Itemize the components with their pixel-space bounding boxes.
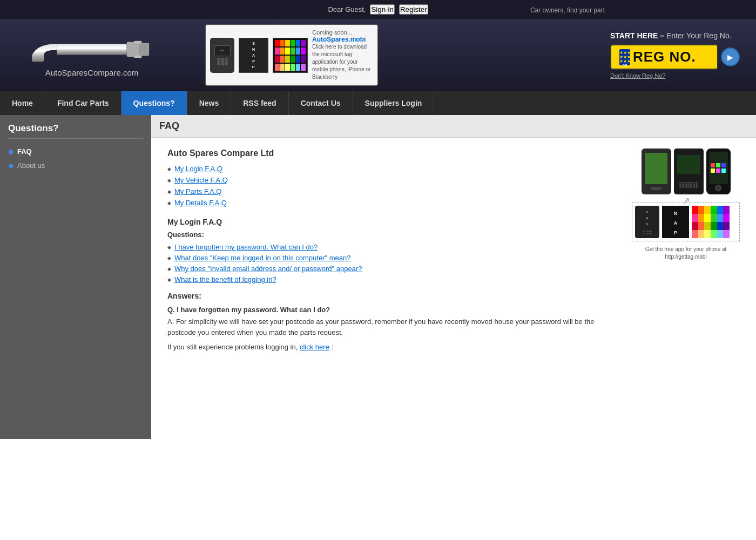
header-top-bar: Dear Guest, Sign-in Register Car owners,… — [0, 0, 756, 19]
signin-button[interactable]: Sign-in — [370, 4, 395, 15]
mobi-section: VAV SNAPIT — [205, 24, 378, 86]
svg-rect-2 — [139, 43, 149, 56]
faq-links-list: My Login F.A.Q My Vehicle F.A.Q My Parts… — [167, 165, 621, 207]
faq-q-item-3[interactable]: What is the benefit of logging in? — [167, 275, 621, 284]
faq-link-item-1[interactable]: My Vehicle F.A.Q — [167, 176, 621, 184]
nav-rss-feed[interactable]: RSS feed — [231, 91, 288, 115]
nav-find-car-parts[interactable]: Find Car Parts — [45, 91, 122, 115]
bullet-icon: ◆ — [8, 161, 14, 170]
sidebar-item-about[interactable]: ◆ About us — [8, 161, 143, 170]
site-name: AutoSparesCompare.com — [45, 68, 139, 77]
mobi-keys — [217, 58, 228, 65]
answer-a2-suffix: : — [332, 343, 334, 351]
faq-q-3[interactable]: What is the benefit of logging in? — [174, 275, 276, 284]
answer-a1: A. For simplicity we will have set your … — [167, 316, 621, 338]
faq-q-2[interactable]: Why does "Invalid email address and/ or … — [174, 265, 362, 273]
faq-q-item-0[interactable]: I have forgotten my password. What can I… — [167, 243, 621, 251]
start-here-label: START HERE – Enter Your Reg No. — [610, 31, 740, 40]
content-area: FAQ Auto Spares Compare Ltd My Login F.A… — [151, 115, 756, 439]
reg-go-button[interactable] — [721, 48, 740, 66]
faq-link-item-3[interactable]: My Details F.A.Q — [167, 199, 621, 207]
answer-q1: Q. I have forgotten my password. What ca… — [167, 306, 621, 314]
main-nav: Home Find Car Parts Questions? News RSS … — [0, 91, 756, 115]
login-faq-title: My Login F.A.Q — [167, 218, 621, 226]
reg-plate[interactable]: ★★★★★★★★★ GB REG NO. — [610, 44, 718, 70]
phone-green-screen — [645, 153, 667, 184]
questions-label: Questions: — [167, 231, 621, 239]
mobi-box[interactable]: VAV SNAPIT — [205, 24, 378, 86]
reg-placeholder-text: REG NO. — [633, 49, 696, 65]
faq-q-item-2[interactable]: Why does "Invalid email address and/ or … — [167, 265, 621, 273]
svg-rect-0 — [57, 44, 126, 55]
phones-image-group — [632, 148, 740, 194]
get-app-text: Get the free app for your phone at http:… — [632, 246, 740, 261]
main-wrapper: Questions? ◆ FAQ ◆ About us FAQ Auto Spa… — [0, 115, 756, 439]
sidebar-faq-link[interactable]: FAQ — [17, 147, 32, 156]
nav-questions[interactable]: Questions? — [122, 91, 187, 115]
color-bars-right — [692, 206, 730, 238]
bullet-icon: ◆ — [8, 147, 14, 156]
faq-q-item-1[interactable]: What does "Keep me logged in on this com… — [167, 254, 621, 262]
faq-link-1[interactable]: My Vehicle F.A.Q — [174, 176, 228, 184]
faq-questions-list: I have forgotten my password. What can I… — [167, 243, 621, 284]
touch-screen — [709, 152, 728, 184]
nav-home[interactable]: Home — [0, 91, 45, 115]
sidebar-title: Questions? — [8, 123, 143, 139]
mobi-phone-icon: VAV — [210, 38, 234, 73]
snap-arrow: ↗ — [682, 195, 690, 207]
touch-home-btn — [715, 185, 721, 191]
snap-keys — [643, 231, 652, 234]
answer-a2: If you still experience problems logging… — [167, 342, 621, 353]
logo-section: AutoSparesCompare.com — [16, 33, 167, 77]
answer-a2-prefix: If you still experience problems logging… — [167, 343, 298, 351]
nav-suppliers-login[interactable]: Suppliers Login — [353, 91, 435, 115]
sidebar-links: ◆ FAQ ◆ About us — [8, 147, 143, 170]
phone-touch — [706, 148, 731, 194]
logo-pipe-image — [22, 33, 162, 65]
gb-flag: ★★★★★★★★★ GB — [619, 49, 630, 65]
sidebar-about-link[interactable]: About us — [17, 161, 45, 170]
faq-link-2[interactable]: My Parts F.A.Q — [174, 187, 221, 195]
snap-small-phone: VAV — [635, 206, 659, 238]
mobi-screen: VAV — [214, 45, 231, 56]
page-title: FAQ — [159, 120, 179, 131]
greeting-text: Dear Guest, — [328, 5, 366, 14]
faq-link-0[interactable]: My Login F.A.Q — [174, 165, 222, 173]
dont-know-link[interactable]: Don't Know Reg No? — [610, 72, 740, 79]
content-body: Auto Spares Compare Ltd My Login F.A.Q M… — [167, 148, 740, 361]
mobi-description: Click here to download the microsoft tag… — [312, 43, 373, 81]
faq-right-images: ↗ VAV SNAPIT — [632, 148, 740, 361]
phone-green — [642, 148, 671, 194]
faq-link-3[interactable]: My Details F.A.Q — [174, 199, 227, 207]
faq-section-title: Auto Spares Compare Ltd — [167, 148, 621, 158]
register-button[interactable]: Register — [399, 4, 428, 15]
bb-screen — [677, 155, 700, 174]
answer-block-1: Q. I have forgotten my password. What ca… — [167, 306, 621, 353]
faq-link-item-0[interactable]: My Login F.A.Q — [167, 165, 621, 173]
reg-section: START HERE – Enter Your Reg No. ★★★★★★★★… — [610, 31, 740, 79]
snap-label: SNAPIT — [239, 38, 268, 73]
bb-keyboard — [679, 182, 698, 188]
sidebar: Questions? ◆ FAQ ◆ About us — [0, 115, 151, 439]
sidebar-item-faq[interactable]: ◆ FAQ — [8, 147, 143, 156]
faq-q-1[interactable]: What does "Keep me logged in on this com… — [174, 254, 350, 262]
phone-green-btn — [651, 187, 662, 190]
faq-q-0[interactable]: I have forgotten my password. What can I… — [174, 243, 318, 251]
mobi-text: Coming soon... AutoSpares.mobi Click her… — [312, 29, 373, 81]
svg-rect-3 — [134, 41, 141, 44]
automobi-link[interactable]: AutoSpares.mobi — [312, 36, 373, 43]
svg-rect-1 — [127, 42, 139, 57]
faq-link-item-2[interactable]: My Parts F.A.Q — [167, 187, 621, 195]
nav-contact-us[interactable]: Contact Us — [289, 91, 353, 115]
svg-rect-4 — [134, 56, 141, 58]
phone-blackberry — [674, 148, 704, 194]
content-header: FAQ — [151, 115, 756, 138]
snap-mobi-group: ↗ VAV SNAPIT — [632, 202, 740, 241]
car-owners-text: Car owners, find your part — [530, 6, 605, 14]
snap-label-box: SNAPIT — [662, 206, 689, 238]
reg-input-row: ★★★★★★★★★ GB REG NO. — [610, 44, 740, 70]
answer-a2-link[interactable]: click here — [300, 343, 329, 351]
nav-news[interactable]: News — [187, 91, 232, 115]
header-main: AutoSparesCompare.com VAV SNAPIT — [0, 19, 756, 91]
faq-main: Auto Spares Compare Ltd My Login F.A.Q M… — [167, 148, 621, 361]
